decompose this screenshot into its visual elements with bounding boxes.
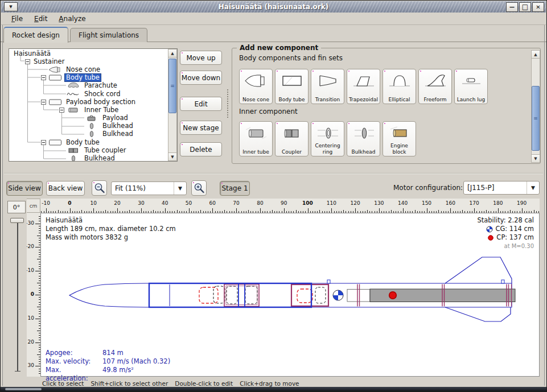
coupler-icon [279, 125, 305, 142]
side-view-button[interactable]: Side view [6, 181, 43, 196]
add-engine-block-button[interactable]: Engine block [383, 121, 416, 156]
add-transition-button[interactable]: Transition [311, 69, 344, 104]
trapezoidal-fin-icon [351, 72, 376, 89]
expander-icon[interactable] [41, 140, 46, 145]
window-menu-button[interactable]: ▼ [4, 2, 18, 11]
ruler-label: 90 [277, 200, 291, 206]
tree-item-parachute[interactable]: Parachute [9, 82, 168, 90]
new-stage-button[interactable]: New stage [180, 121, 222, 135]
ruler-label: 170 [467, 200, 481, 206]
ruler-label: 0 [63, 200, 77, 206]
zoom-out-button[interactable] [92, 180, 107, 196]
ruler-label: 60 [205, 200, 219, 206]
resize-grip[interactable] [5, 388, 42, 390]
tree-item-haisun-t[interactable]: Haisunäätä [9, 49, 168, 57]
add-freeform-button[interactable]: Freeform [418, 69, 452, 104]
tree-scrollbar[interactable]: ▲ ≡ ▼ [168, 49, 177, 161]
ruler-tick [331, 208, 332, 213]
tab-flight-simulations[interactable]: Flight simulations [70, 28, 147, 42]
rocket-canvas[interactable]: Haisunäätä Length 189 cm, max. diameter … [40, 213, 540, 377]
add-elliptical-button[interactable]: Elliptical [383, 69, 416, 104]
tree-item-body-tube[interactable]: Body tube [9, 74, 168, 82]
delete-button[interactable]: Delete [180, 142, 222, 156]
cg-marker [333, 290, 343, 300]
menu-edit[interactable]: Edit [28, 14, 53, 24]
splitter-grip[interactable] [227, 89, 229, 118]
ruler-tick [355, 208, 356, 213]
tree-item-nose-cone[interactable]: Nose cone [9, 65, 168, 73]
minimize-button[interactable]: — [506, 2, 518, 12]
menu-analyze[interactable]: Analyze [53, 14, 91, 24]
scroll-down-icon[interactable]: ▼ [532, 154, 540, 162]
expander-icon[interactable] [25, 59, 30, 64]
add-nose-cone-button[interactable]: Nose cone [239, 69, 273, 104]
ruler-tick [284, 208, 285, 213]
component-button-label: Centering ring [312, 143, 343, 155]
tree-item-label: Shock cord [83, 90, 121, 98]
tree-item-payload[interactable]: Payload [9, 114, 168, 122]
move-down-button[interactable]: Move down [180, 71, 222, 85]
tree-item-sustainer[interactable]: Sustainer [9, 57, 168, 65]
ruler-tick [35, 271, 40, 271]
tree-item-body-tube[interactable]: Body tube [9, 138, 168, 146]
maximize-button[interactable]: □ [519, 2, 531, 12]
ruler-label: 10 [87, 200, 100, 206]
add-component-title: Add new component [237, 44, 321, 52]
titlebar[interactable]: ▼ Haisunäätä (haisunaata.ork) — □ ✕ [1, 1, 546, 13]
ruler-label: -30 [27, 220, 34, 226]
tree-item-payload-body-section[interactable]: Payload body section [9, 98, 168, 106]
chevron-down-icon: ▼ [174, 182, 186, 195]
ruler-label: 40 [158, 200, 172, 206]
menu-file[interactable]: File [6, 14, 28, 24]
move-up-button[interactable]: Move up [180, 51, 222, 65]
add-body-tube-button[interactable]: Body tube [275, 69, 309, 104]
horizontal-separator [4, 173, 543, 174]
components-scrollbar[interactable]: ▲ ≡ ▼ [531, 50, 540, 163]
add-inner-tube-button[interactable]: Inner tube [239, 121, 273, 156]
launch-lug-mark [501, 280, 504, 283]
chevron-down-icon: ▼ [527, 181, 539, 194]
ruler-label: 10 [27, 315, 34, 321]
add-centering-ring-button[interactable]: Centering ring [311, 121, 344, 156]
ruler-tick [450, 208, 451, 213]
tree-scrollbar-thumb[interactable]: ≡ [168, 59, 176, 113]
add-trapezoidal-button[interactable]: Trapezoidal [347, 69, 380, 104]
tree-item-shock-cord[interactable]: Shock cord [9, 90, 168, 98]
close-button[interactable]: ✕ [532, 2, 544, 12]
tree-item-bulkhead[interactable]: Bulkhead [9, 154, 168, 162]
ruler-label: 20 [27, 339, 34, 345]
expander-icon[interactable] [41, 75, 46, 80]
ruler-tick [379, 208, 380, 213]
components-scrollbar-thumb[interactable]: ≡ [532, 86, 540, 151]
edit-button[interactable]: Edit [180, 97, 222, 111]
rotation-slider-thumb[interactable] [10, 218, 24, 223]
expander-icon[interactable] [41, 100, 46, 105]
tree-item-bulkhead[interactable]: Bulkhead [9, 122, 168, 130]
back-view-button[interactable]: Back view [46, 181, 85, 196]
add-bulkhead-button[interactable]: Bulkhead [347, 121, 380, 156]
tab-rocket-design[interactable]: Rocket design [3, 27, 68, 43]
add-coupler-button[interactable]: Coupler [275, 121, 309, 156]
ruler-label: 110 [324, 200, 338, 206]
zoom-level-select[interactable]: Fit (11%) ▼ [111, 181, 187, 195]
tree-item-label: Sustainer [32, 58, 65, 65]
scroll-up-icon[interactable]: ▲ [532, 51, 540, 59]
tree-item-inner-tube[interactable]: Inner Tube [9, 106, 168, 114]
expander-icon[interactable] [59, 108, 64, 113]
scroll-down-icon[interactable]: ▼ [168, 152, 176, 160]
tree-item-bulkhead[interactable]: Bulkhead [9, 130, 168, 138]
motor-configuration-select[interactable]: [J115-P] ▼ [463, 181, 540, 195]
component-button-label: Inner tube [242, 149, 269, 155]
add-launch-lug-button[interactable]: Launch lug [454, 69, 488, 104]
stage-1-toggle[interactable]: Stage 1 [220, 181, 250, 196]
tree-item-tube-coupler[interactable]: Tube coupler [9, 146, 168, 154]
scroll-up-icon[interactable]: ▲ [168, 49, 176, 57]
transition-icon [315, 72, 340, 89]
component-button-label: Transition [315, 97, 340, 102]
app-window: ▼ Haisunäätä (haisunaata.ork) — □ ✕ File… [0, 0, 547, 392]
zoom-in-button[interactable] [191, 180, 207, 196]
window-menu-icon: ▼ [9, 5, 12, 9]
inner-tube-icon [67, 107, 80, 113]
rotation-slider-track[interactable] [17, 220, 18, 372]
tree-item-label: Haisunäätä [13, 50, 52, 57]
